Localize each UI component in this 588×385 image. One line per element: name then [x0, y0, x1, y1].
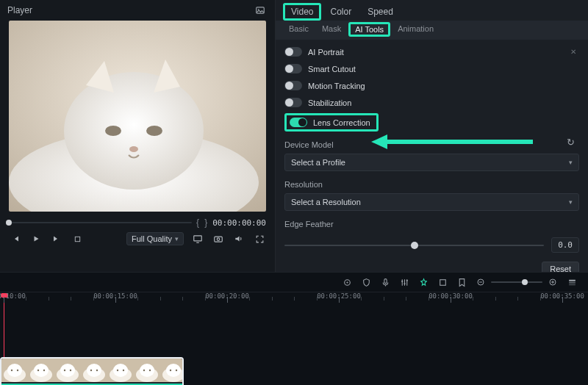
svg-point-42 [70, 370, 71, 371]
ruler-label: 00:00:20:00 [205, 292, 249, 300]
timeline: 00:00:10:0000:00:15:0000:00:20:0000:00:2… [0, 272, 588, 385]
brace-right-icon[interactable]: } [204, 217, 208, 228]
aim-icon[interactable] [341, 276, 353, 288]
svg-point-36 [37, 370, 39, 371]
toggle-motion-tracking[interactable]: Motion Tracking [284, 78, 579, 93]
zoom-in-icon[interactable] [547, 276, 559, 288]
play-button[interactable] [29, 232, 43, 245]
switch-icon [284, 47, 302, 57]
toggle-lens-correction[interactable]: Lens Correction [284, 113, 379, 132]
ruler-label: 00:00:15:00 [93, 292, 137, 300]
mixer-icon[interactable] [398, 276, 410, 288]
svg-point-20 [404, 283, 405, 284]
ruler-label: 00:00:25:00 [317, 292, 361, 300]
svg-point-51 [117, 370, 118, 371]
switch-icon [284, 98, 302, 107]
svg-point-47 [96, 370, 98, 371]
svg-point-9 [129, 146, 138, 152]
fullscreen-icon[interactable] [253, 232, 266, 245]
scrubber-track[interactable] [9, 222, 192, 223]
svg-point-60 [166, 364, 181, 377]
tab-video[interactable]: Video [283, 3, 321, 21]
svg-rect-10 [75, 237, 79, 241]
svg-rect-22 [440, 279, 445, 285]
reset-ring-icon[interactable]: ↻ [564, 136, 576, 148]
svg-point-57 [149, 370, 151, 371]
svg-rect-18 [384, 278, 386, 283]
svg-point-32 [17, 370, 18, 371]
chevron-down-icon: ▾ [569, 198, 573, 206]
properties-pane: Video Color Speed Basic Mask AI Tools An… [276, 0, 588, 272]
svg-marker-15 [371, 134, 387, 149]
svg-rect-25 [569, 279, 576, 281]
svg-rect-26 [569, 281, 576, 283]
chevron-down-icon: ▾ [569, 159, 573, 166]
snapshot-icon[interactable] [253, 3, 268, 18]
toggle-stabilization[interactable]: Stabilization [284, 95, 579, 110]
device-model-select[interactable]: Select a Profile ▾ [284, 154, 579, 171]
camera-icon[interactable] [212, 232, 225, 245]
edge-feather-label: Edge Feather [284, 220, 579, 229]
timeline-ruler[interactable]: 00:00:10:0000:00:15:0000:00:20:0000:00:2… [0, 292, 588, 312]
track-view-icon[interactable] [566, 276, 578, 288]
svg-point-50 [113, 364, 128, 377]
display-icon[interactable] [191, 232, 204, 245]
brace-left-icon[interactable]: { [196, 217, 200, 228]
svg-point-46 [90, 370, 92, 371]
tab-speed[interactable]: Speed [360, 4, 401, 20]
volume-icon[interactable] [232, 232, 245, 245]
subtab-basic[interactable]: Basic [283, 22, 315, 37]
svg-point-19 [401, 280, 403, 281]
resolution-label: Resolution [284, 180, 579, 189]
zoom-slider[interactable] [491, 281, 542, 283]
quality-dropdown[interactable]: Full Quality ▾ [126, 232, 184, 245]
toggle-smart-cutout[interactable]: Smart Cutout [284, 61, 579, 76]
player-pane: Player [0, 0, 276, 272]
subtab-mask[interactable]: Mask [316, 22, 347, 37]
effects-icon[interactable] [417, 276, 429, 288]
svg-point-30 [7, 364, 22, 377]
svg-point-56 [143, 370, 145, 371]
next-frame-button[interactable] [50, 232, 63, 245]
chevron-down-icon: ▾ [175, 235, 179, 242]
mic-icon[interactable] [379, 276, 391, 288]
switch-icon [284, 64, 302, 73]
svg-point-41 [64, 370, 65, 371]
svg-rect-11 [194, 236, 202, 241]
svg-point-40 [60, 364, 75, 377]
marker-icon[interactable] [456, 276, 467, 288]
subtab-ai-tools[interactable]: AI Tools [348, 22, 390, 37]
callout-arrow [371, 133, 540, 151]
svg-point-8 [146, 126, 162, 136]
ruler-label: 00:00:30:00 [429, 292, 473, 300]
resolution-select[interactable]: Select a Resolution ▾ [284, 193, 579, 211]
preview-viewport[interactable] [9, 21, 266, 212]
edge-feather-slider[interactable] [284, 245, 544, 246]
video-clip[interactable] [0, 357, 184, 385]
svg-point-4 [64, 72, 204, 190]
zoom-out-icon[interactable] [475, 276, 487, 288]
playhead-timecode: 00:00:00:00 [212, 218, 266, 228]
player-title: Player [7, 5, 32, 15]
svg-point-31 [11, 370, 12, 371]
tab-color[interactable]: Color [323, 4, 359, 20]
svg-point-52 [123, 370, 124, 371]
edge-feather-value: 0.0 [551, 237, 579, 253]
svg-point-55 [140, 364, 154, 377]
svg-point-21 [406, 279, 407, 281]
svg-point-7 [105, 126, 121, 136]
svg-point-62 [176, 370, 177, 371]
switch-icon [284, 81, 302, 90]
prev-frame-button[interactable] [9, 232, 22, 245]
svg-point-17 [346, 281, 348, 283]
subtab-animation[interactable]: Animation [392, 22, 440, 37]
svg-rect-12 [215, 237, 223, 242]
svg-point-61 [170, 370, 171, 371]
shield-icon[interactable] [360, 276, 372, 288]
close-icon[interactable]: ✕ [570, 48, 579, 56]
toggle-ai-portrait[interactable]: AI Portrait ✕ [284, 44, 579, 60]
stop-button[interactable] [71, 232, 84, 245]
crop-icon[interactable] [437, 276, 448, 288]
ruler-label: 00:00:35:00 [540, 292, 584, 300]
svg-rect-0 [257, 7, 265, 13]
